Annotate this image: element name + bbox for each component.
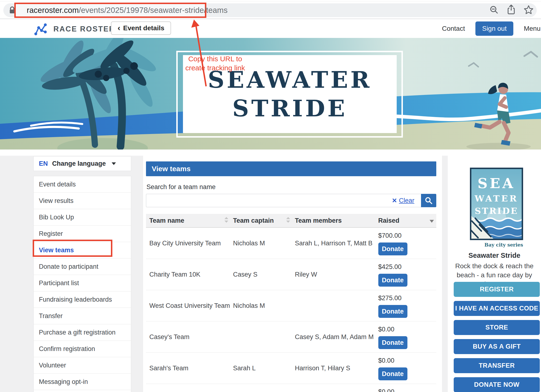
rail-buttons: REGISTERI HAVE AN ACCESS CODESTOREBUY AS…: [454, 282, 540, 392]
raised-cell: $275.00Donate: [378, 290, 436, 321]
column-header-raised[interactable]: Raised: [378, 217, 436, 224]
i-have-an-access-code-button[interactable]: I HAVE AN ACCESS CODE: [454, 301, 540, 316]
sidebar-item-donate-to-participant[interactable]: Donate to participant: [34, 258, 131, 275]
race-roster-logo-icon: [33, 22, 49, 36]
donate-button[interactable]: Donate: [378, 274, 407, 287]
sidebar-item-fundraising-leaderboards[interactable]: Fundraising leaderboards: [34, 291, 131, 308]
site-header: RACE ROSTER ‹ Event details Contact Sign…: [0, 19, 541, 38]
donate-button[interactable]: Donate: [378, 242, 407, 255]
table-row: Casey's TeamCasey S, Adam M, Adam M$0.00…: [146, 321, 436, 353]
raised-cell: $0.00: [378, 384, 436, 392]
event-title-line2: STRIDE: [232, 94, 347, 123]
column-header-team-captain[interactable]: Team captain: [233, 217, 295, 224]
sidebar-item-participant-list[interactable]: Participant list: [34, 275, 131, 291]
transfer-button[interactable]: TRANSFER: [454, 358, 540, 373]
donate-button[interactable]: Donate: [378, 336, 407, 349]
brand-name: RACE ROSTER: [53, 25, 115, 33]
sidebar-item-confirm-registration[interactable]: Confirm registration: [34, 341, 131, 357]
sidebar-item-label: Donate to participant: [39, 263, 98, 270]
clear-search-link[interactable]: ✕ Clear: [392, 194, 414, 207]
raised-cell: $0.00Donate: [378, 353, 436, 384]
zoom-out-icon[interactable]: [489, 5, 499, 15]
clear-label: Clear: [399, 197, 414, 204]
raised-amount: $0.00: [378, 357, 395, 364]
register-button[interactable]: REGISTER: [454, 282, 540, 297]
raised-amount: $275.00: [378, 294, 402, 302]
event-details-back-button[interactable]: ‹ Event details: [111, 21, 171, 35]
table-row: Charity Team 10KCasey SRiley W$425.00Don…: [146, 259, 436, 290]
table-row: Sarah's TeamSarah LHarrison T, Hilary S$…: [146, 353, 436, 384]
team-name-cell: West Coast University Team: [146, 290, 233, 321]
team-captain-cell: [233, 384, 295, 392]
content-area: EN Change language Event detailsView res…: [0, 150, 541, 392]
language-selector[interactable]: EN Change language: [33, 156, 131, 171]
browser-chrome: raceroster.com/events/2025/19978/seawate…: [0, 0, 541, 19]
team-search-input[interactable]: [146, 194, 421, 207]
search-label: Search for a team name: [146, 183, 216, 191]
clear-x-icon: ✕: [392, 197, 397, 204]
team-captain-cell: Nicholas M: [233, 228, 295, 259]
poster-series-caption: Bay city series: [448, 242, 523, 248]
sidebar-item-purchase-a-gift-registration[interactable]: Purchase a gift registration: [34, 324, 131, 341]
sort-desc-icon: [430, 217, 434, 224]
sidebar-item-label: Participant list: [39, 279, 79, 287]
chevron-down-icon: [112, 162, 116, 165]
sidebar-item-label: Register: [39, 230, 63, 237]
sidebar-item-transfer[interactable]: Transfer: [34, 308, 131, 324]
svg-text:SEA: SEA: [478, 175, 515, 191]
sidebar-item-label: Bib Look Up: [39, 214, 74, 221]
store-button[interactable]: STORE: [454, 320, 540, 335]
sign-out-button[interactable]: Sign out: [475, 21, 513, 36]
team-name-cell: Casey's Team: [146, 321, 233, 352]
menu-button[interactable]: Menu: [524, 25, 541, 32]
share-icon[interactable]: [506, 4, 516, 15]
team-name-cell: [146, 384, 233, 392]
annotation-line1: Copy this URL to: [177, 54, 253, 63]
bookmark-star-icon[interactable]: [523, 5, 534, 15]
event-name: Seawater Stride: [448, 252, 541, 259]
sidebar-item-view-results[interactable]: View results: [34, 193, 131, 209]
table-row: $0.00: [146, 384, 436, 392]
raised-cell: $425.00Donate: [378, 259, 436, 290]
donate-now-button[interactable]: DONATE NOW: [454, 377, 540, 392]
sidebar-item-volunteer[interactable]: Volunteer: [34, 357, 131, 374]
search-button[interactable]: [421, 194, 436, 207]
team-captain-cell: Sarah L: [233, 353, 295, 384]
tracking-link-annotation: Copy this URL to create tracking link: [177, 54, 253, 72]
contact-link[interactable]: Contact: [442, 25, 465, 32]
svg-text:WATER: WATER: [474, 193, 518, 203]
sidebar-item-label: Purchase a gift registration: [39, 329, 115, 336]
sidebar-item-view-teams[interactable]: View teams: [34, 242, 131, 258]
sidebar-item-label: Volunteer: [39, 362, 66, 369]
team-captain-cell: Nicholas M: [233, 290, 295, 321]
raised-cell: $700.00Donate: [378, 228, 436, 259]
donate-button[interactable]: Donate: [378, 305, 407, 318]
sidebar-item-event-details[interactable]: Event details: [34, 176, 131, 193]
table-row: Bay City University TeamNicholas MSarah …: [146, 228, 436, 259]
sidebar-item-messaging-opt-in[interactable]: Messaging opt-in: [34, 374, 131, 390]
annotation-line2: create tracking link: [177, 63, 253, 72]
sort-icon: [286, 217, 290, 224]
column-header-team-members[interactable]: Team members: [295, 217, 378, 224]
team-members-cell: Harrison T, Hilary S: [295, 353, 378, 384]
sidebar-item-label: View teams: [39, 247, 74, 254]
table-header-row: Team name Team captain Team members: [146, 214, 436, 228]
sidebar-item-label: Fundraising leaderboards: [39, 296, 112, 303]
sidebar-item-label: View results: [39, 197, 73, 205]
team-members-cell: Casey S, Adam M, Adam M: [295, 321, 378, 352]
teams-table: Team name Team captain Team members: [146, 214, 436, 392]
team-members-cell: [295, 290, 378, 321]
donate-button[interactable]: Donate: [378, 367, 407, 380]
sort-icon: [224, 217, 228, 224]
sidebar-item-label: Messaging opt-in: [39, 378, 88, 386]
sidebar-item-register[interactable]: Register: [34, 226, 131, 242]
race-roster-logo[interactable]: RACE ROSTER: [33, 22, 115, 36]
view-teams-panel: View teams Search for a team name ✕ Clea…: [143, 150, 442, 392]
sidebar-item-bib-look-up[interactable]: Bib Look Up: [34, 209, 131, 226]
sidebar-item-label: Event details: [39, 181, 76, 188]
column-header-team-name[interactable]: Team name: [146, 217, 233, 224]
buy-as-a-gift-button[interactable]: BUY AS A GIFT: [454, 339, 540, 354]
team-table-body: Bay City University TeamNicholas MSarah …: [146, 228, 436, 392]
url-text[interactable]: raceroster.com/events/2025/19978/seawate…: [27, 3, 228, 17]
back-button-label: Event details: [123, 24, 164, 32]
